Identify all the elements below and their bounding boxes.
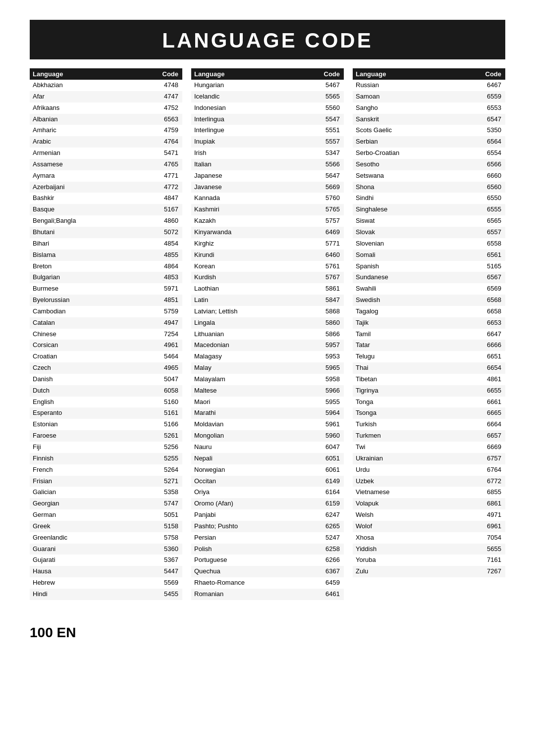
- table-row: Bengali;Bangla4860: [30, 215, 182, 227]
- col3-code-header: Code: [480, 68, 505, 80]
- table-row: Hungarian5467: [191, 80, 344, 91]
- lang-cell: Macedonian: [191, 340, 318, 351]
- table-row: Telugu6651: [353, 351, 505, 362]
- lang-cell: Somali: [353, 250, 480, 261]
- code-cell: 5866: [318, 329, 344, 340]
- code-cell: 4965: [157, 362, 182, 374]
- code-cell: 5669: [318, 182, 344, 193]
- code-cell: 5565: [318, 91, 344, 102]
- code-cell: 5758: [157, 532, 182, 544]
- lang-cell: Bihari: [30, 238, 157, 250]
- table-row: Latin5847: [191, 295, 344, 306]
- table-row: Sanskrit6547: [353, 114, 505, 125]
- code-cell: 6564: [480, 136, 505, 148]
- table-row: Greek5158: [30, 521, 182, 532]
- code-cell: 6558: [480, 238, 505, 250]
- lang-cell: Swedish: [353, 295, 480, 306]
- column-1: Language Code Abkhazian4748Afar4747Afrik…: [30, 68, 182, 600]
- table-row: Slovak6557: [353, 227, 505, 238]
- lang-cell: Czech: [30, 362, 157, 374]
- table-row: Quechua6367: [191, 566, 344, 577]
- code-cell: 5771: [318, 238, 344, 250]
- lang-cell: Tsonga: [353, 407, 480, 419]
- lang-cell: Vietnamese: [353, 487, 480, 498]
- lang-cell: Singhalese: [353, 204, 480, 215]
- lang-cell: Tamil: [353, 329, 480, 340]
- table-row: Lingala5860: [191, 317, 344, 329]
- lang-cell: Esperanto: [30, 407, 157, 419]
- code-cell: 5961: [318, 419, 344, 430]
- page-title: LANGUAGE CODE: [30, 29, 505, 52]
- lang-cell: Georgian: [30, 498, 157, 509]
- table-1: Language Code Abkhazian4748Afar4747Afrik…: [30, 68, 182, 600]
- table-row: German5051: [30, 509, 182, 521]
- code-cell: 6561: [480, 250, 505, 261]
- table-row: Serbian6564: [353, 136, 505, 148]
- table-row: Kirundi6460: [191, 250, 344, 261]
- lang-cell: Tagalog: [353, 306, 480, 317]
- code-cell: 6772: [480, 476, 505, 487]
- lang-cell: Volapuk: [353, 498, 480, 509]
- lang-cell: Wolof: [353, 521, 480, 532]
- code-cell: 6467: [480, 80, 505, 91]
- lang-cell: Greenlandic: [30, 532, 157, 544]
- code-cell: 6653: [480, 317, 505, 329]
- lang-cell: Greek: [30, 521, 157, 532]
- table-row: Czech4965: [30, 362, 182, 374]
- table-row: Uzbek6772: [353, 476, 505, 487]
- code-cell: 6553: [480, 102, 505, 114]
- table-row: Bashkir4847: [30, 193, 182, 204]
- code-cell: 5464: [157, 351, 182, 362]
- lang-cell: Sesotho: [353, 159, 480, 170]
- lang-cell: Javanese: [191, 182, 318, 193]
- table-row: Moldavian5961: [191, 419, 344, 430]
- code-cell: 5847: [318, 295, 344, 306]
- code-cell: 6566: [480, 159, 505, 170]
- code-cell: 4764: [157, 136, 182, 148]
- lang-cell: Rhaeto-Romance: [191, 577, 318, 589]
- lang-cell: Slovenian: [353, 238, 480, 250]
- code-cell: 5367: [157, 554, 182, 566]
- code-cell: 6051: [318, 453, 344, 464]
- code-cell: 6164: [318, 487, 344, 498]
- table-row: Catalan4947: [30, 317, 182, 329]
- code-cell: 6764: [480, 464, 505, 476]
- code-cell: 4771: [157, 170, 182, 182]
- table-row: Kannada5760: [191, 193, 344, 204]
- code-cell: 6559: [480, 91, 505, 102]
- lang-cell: Bengali;Bangla: [30, 215, 157, 227]
- lang-cell: Bhutani: [30, 227, 157, 238]
- table-row: Kurdish5767: [191, 272, 344, 283]
- table-row: Interlingue5551: [191, 125, 344, 136]
- lang-cell: German: [30, 509, 157, 521]
- code-cell: 5551: [318, 125, 344, 136]
- table-row: Shona6560: [353, 182, 505, 193]
- lang-cell: Latvian; Lettish: [191, 306, 318, 317]
- lang-cell: Turkmen: [353, 430, 480, 442]
- table-row: Romanian6461: [191, 589, 344, 600]
- code-cell: 5760: [318, 193, 344, 204]
- col2-lang-header: Language: [191, 68, 318, 80]
- lang-cell: Maori: [191, 397, 318, 408]
- table-row: Tajik6653: [353, 317, 505, 329]
- table-row: Welsh4971: [353, 509, 505, 521]
- code-cell: 5647: [318, 170, 344, 182]
- lang-cell: Azerbaijani: [30, 182, 157, 193]
- lang-cell: Korean: [191, 261, 318, 272]
- code-cell: 5347: [318, 148, 344, 159]
- table-row: Yoruba7161: [353, 554, 505, 566]
- lang-cell: Icelandic: [191, 91, 318, 102]
- table-row: Croatian5464: [30, 351, 182, 362]
- code-cell: 5655: [480, 544, 505, 555]
- code-cell: 4853: [157, 272, 182, 283]
- lang-cell: Tibetan: [353, 374, 480, 385]
- table-row: English5160: [30, 397, 182, 408]
- table-row: Persian5247: [191, 532, 344, 544]
- code-cell: 5271: [157, 476, 182, 487]
- lang-cell: Oriya: [191, 487, 318, 498]
- table-row: Esperanto5161: [30, 407, 182, 419]
- lang-cell: Malayalam: [191, 374, 318, 385]
- code-cell: 5161: [157, 407, 182, 419]
- table-row: Maltese5966: [191, 385, 344, 397]
- lang-cell: Samoan: [353, 91, 480, 102]
